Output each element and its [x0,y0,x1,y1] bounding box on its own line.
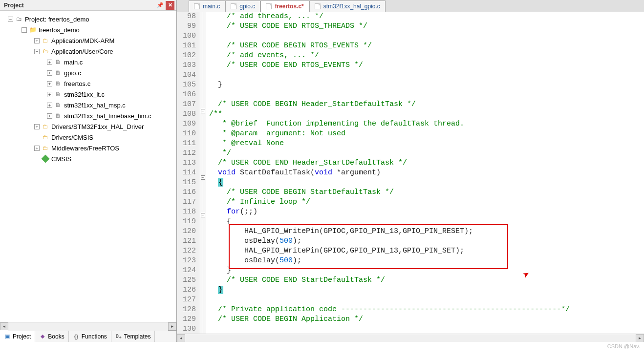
templates-tab-icon: 0₊ [115,333,122,340]
code-line[interactable] [209,70,644,80]
cmsis-node[interactable]: CMSIS [2,153,174,164]
tab-templates[interactable]: 0₊ Templates [111,331,155,342]
file-msp[interactable]: + 🗎 stm32f1xx_hal_msp.c [2,100,174,110]
code-line[interactable]: /* USER CODE END RTOS_EVENTS */ [209,61,644,70]
code-line[interactable]: /* USER CODE END StartDefaultTask */ [209,275,644,285]
editor-hscrollbar[interactable]: ◄ ► [177,334,644,342]
folder-icon: 🗀 [42,123,49,130]
file-label: stm32f1xx_hal_timebase_tim.c [64,112,151,120]
project-label: freertos_demo [39,26,80,34]
code-editor[interactable]: 9899100101102103104105106107108109110111… [177,12,644,334]
fold-column[interactable]: −−− [199,12,206,334]
folder-label: Drivers/CMSIS [51,134,93,141]
file-timebase[interactable]: + 🗎 stm32f1xx_hal_timebase_tim.c [2,110,174,121]
expand-icon[interactable]: + [47,103,52,108]
code-line[interactable]: /* add threads, ... */ [209,12,644,21]
file-main[interactable]: + 🗎 main.c [2,57,174,67]
code-line[interactable]: /* Private application code ------------… [209,305,644,315]
file-tab-hal-gpio[interactable]: stm32f1xx_hal_gpio.c [309,0,386,12]
scroll-right-icon[interactable]: ► [168,322,176,331]
file-icon: 🗎 [54,80,62,87]
file-freertos[interactable]: + 🗎 freertos.c [2,78,174,89]
code-line[interactable]: { [209,178,644,188]
collapse-icon[interactable]: − [34,49,40,54]
file-it[interactable]: + 🗎 stm32f1xx_it.c [2,89,174,100]
code-line[interactable]: void StartDefaultTask(void *argument) [209,168,644,178]
file-tab-main[interactable]: main.c [189,0,225,12]
code-line[interactable]: /* USER CODE BEGIN Header_StartDefaultTa… [209,100,644,109]
code-line[interactable]: /* USER CODE END Header_StartDefaultTask… [209,158,644,168]
project-tree[interactable]: − 🗂 Project: freertos_demo − 📁 freertos_… [0,11,176,322]
folder-label: Drivers/STM32F1xx_HAL_Driver [51,123,144,130]
tab-label: stm32f1xx_hal_gpio.c [323,3,380,10]
fold-toggle-icon[interactable]: − [201,175,205,180]
file-label: freertos.c [64,80,90,87]
expand-icon[interactable]: + [34,124,40,129]
file-tab-gpio[interactable]: gpio.c [225,0,260,12]
c-file-icon [266,3,272,9]
code-line[interactable]: */ [209,148,644,158]
code-line[interactable]: } [209,285,644,295]
code-line[interactable]: /* USER CODE BEGIN RTOS_EVENTS */ [209,41,644,51]
collapse-icon[interactable]: − [8,17,13,22]
folder-hal-driver[interactable]: + 🗀 Drivers/STM32F1xx_HAL_Driver [2,121,174,132]
code-line[interactable] [209,90,644,100]
workspace-label: Project: freertos_demo [25,16,89,23]
code-line[interactable]: /* Infinite loop */ [209,197,644,207]
tab-label: Templates [124,333,151,340]
tab-books[interactable]: ◆ Books [35,331,68,342]
scroll-track[interactable] [8,322,168,331]
scroll-left-icon[interactable]: ◄ [0,322,8,331]
code-line[interactable]: /* add events, ... */ [209,51,644,61]
functions-tab-icon: {} [73,333,80,340]
project-node[interactable]: − 📁 freertos_demo [2,24,174,35]
fold-toggle-icon[interactable]: − [201,213,205,217]
code-line[interactable]: } [209,80,644,90]
folder-icon: 🗀 [42,133,49,141]
code-line[interactable]: /** [209,109,644,119]
workspace-node[interactable]: − 🗂 Project: freertos_demo [2,14,174,24]
code-line[interactable]: /* USER CODE END RTOS_THREADS */ [209,21,644,31]
line-gutter: 9899100101102103104105106107108109110111… [177,12,199,334]
code-line[interactable] [209,295,644,305]
left-hscrollbar[interactable]: ◄ ► [0,322,176,330]
folder-app-user[interactable]: − 🗁 Application/User/Core [2,46,174,57]
tab-functions[interactable]: {} Functions [69,331,111,342]
expand-icon[interactable]: + [47,81,52,86]
folder-freertos-mw[interactable]: + 🗀 Middlewares/FreeRTOS [2,143,174,153]
close-icon[interactable]: ✕ [166,1,174,10]
folder-cmsis-drv[interactable]: 🗀 Drivers/CMSIS [2,132,174,143]
file-label: main.c [64,59,83,66]
code-line[interactable]: /* USER CODE BEGIN StartDefaultTask */ [209,188,644,197]
code-line[interactable]: * @param argument: Not used [209,129,644,139]
collapse-icon[interactable]: − [21,27,27,33]
scroll-right-icon[interactable]: ► [636,334,644,342]
expand-icon[interactable]: + [47,92,52,97]
pin-icon[interactable]: 📌 [156,1,165,10]
file-gpio[interactable]: + 🗎 gpio.c [2,67,174,78]
code-lines[interactable]: ➤ /* add threads, ... */ /* USER CODE EN… [206,12,644,334]
file-tab-freertos[interactable]: freertos.c* [260,0,309,12]
code-line[interactable]: * @retval None [209,139,644,148]
panel-header: Project 📌 ✕ [0,0,176,11]
code-line[interactable]: /* USER CODE BEGIN Application */ [209,315,644,324]
scroll-left-icon[interactable]: ◄ [177,334,185,342]
file-icon: 🗎 [54,69,62,77]
code-line[interactable]: * @brief Function implementing the defau… [209,119,644,129]
code-line[interactable] [209,31,644,41]
expand-icon[interactable]: + [47,60,52,65]
expand-icon[interactable]: + [47,70,52,76]
folder-app-mdk[interactable]: + 🗀 Application/MDK-ARM [2,35,174,46]
file-icon: 🗎 [54,112,62,120]
annotation-box [229,224,508,269]
tab-project[interactable]: ▣ Project [0,330,35,342]
expand-icon[interactable]: + [34,146,40,151]
code-line[interactable] [209,324,644,334]
code-line[interactable]: for(;;) [209,207,644,217]
project-tab-icon: ▣ [4,333,11,340]
expand-icon[interactable]: + [47,113,52,119]
scroll-track[interactable] [185,334,636,342]
expand-icon[interactable]: + [34,38,40,43]
fold-toggle-icon[interactable]: − [201,109,205,113]
file-icon: 🗎 [54,90,62,98]
